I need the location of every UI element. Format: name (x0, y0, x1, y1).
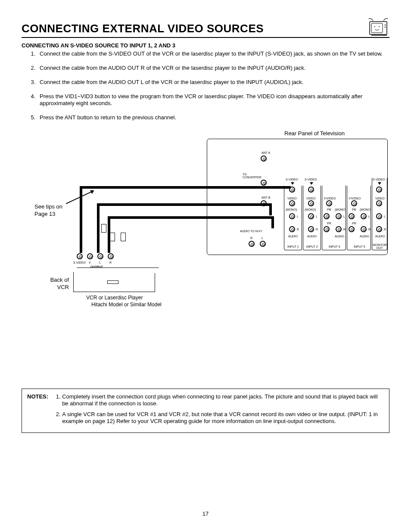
ant-a-jack (261, 156, 267, 162)
input2-label: INPUT 2 (306, 245, 318, 248)
triangle-icon (378, 182, 381, 185)
l-label: L (384, 215, 386, 218)
svg-point-4 (374, 26, 375, 27)
svideo-label-1: S-VIDEO (286, 178, 298, 181)
svideo-cable-h (80, 186, 291, 189)
triangle-icon (291, 182, 294, 185)
video-label: VIDEO (287, 197, 297, 200)
svideo-label-2: S-VIDEO (305, 178, 317, 181)
instruction-steps: Connect the cable from the S-VIDEO OUT o… (22, 50, 389, 121)
r-cable-h (108, 216, 271, 219)
step-item: Press the VID1~VID3 button to view the p… (37, 93, 389, 108)
audio-label: AUDIO (375, 235, 385, 238)
notes-label: NOTES: (27, 393, 48, 428)
rear-panel-box: ANT A TO CONVERTER ANT B AUDIO TO HI-FI … (207, 139, 388, 255)
ant-b-label: ANT B (262, 196, 271, 199)
mono-label: (MONO) (360, 208, 371, 211)
mono-label: (MONO) (286, 208, 297, 211)
svg-point-5 (379, 26, 380, 27)
r-label: R (316, 228, 318, 231)
hifi-l-jack (260, 241, 266, 247)
rear-panel-title: Rear Panel of Television (284, 130, 345, 137)
vcr-r-jack (108, 253, 114, 259)
r-cable-drop (271, 216, 274, 228)
audio-label: AUDIO (335, 235, 344, 238)
see-tips-label: See tips on Page 13 (34, 203, 69, 218)
input4-label: INPUT 4 (329, 245, 340, 248)
r-label: R (343, 228, 346, 231)
step-item: Connect the cable from the AUDIO OUT R o… (37, 65, 389, 72)
video-label-out: VIDEO (375, 197, 385, 200)
yvideo-label: Y/VIDEO (324, 197, 336, 200)
vcr-box-icon (73, 272, 155, 292)
page-title: CONNECTING EXTERNAL VIDEO SOURCES (22, 22, 264, 36)
input1-label: INPUT 1 (287, 245, 299, 248)
back-of-vcr-label: Back of VCR (43, 277, 69, 291)
hifi-r-label: R (250, 236, 252, 240)
audio-label: AUDIO (307, 235, 317, 238)
mono-label: (MONO) (305, 208, 316, 211)
ferrite-core-icon (110, 233, 115, 241)
vcr-v-label: V (89, 261, 91, 264)
pr-label: PR (352, 222, 356, 225)
mono-label: (MONO) (335, 208, 346, 211)
svg-point-2 (385, 25, 386, 25)
audio-label: AUDIO (288, 235, 298, 238)
vcr-l-jack (97, 253, 103, 259)
svg-point-3 (385, 27, 386, 28)
page-number: 17 (22, 510, 389, 518)
r-label: R (368, 228, 371, 231)
vcr-caption2: Hitachi Model or Similar Model (91, 302, 162, 308)
l-cable-v (97, 203, 100, 253)
l-label: L (297, 215, 299, 218)
ferrite-core-icon (101, 224, 106, 233)
connection-diagram: Rear Panel of Television ANT A TO CONVER… (22, 130, 389, 333)
l-label: L (368, 215, 370, 218)
to-converter-label: TO CONVERTER (243, 173, 260, 179)
l-cable-h (97, 203, 269, 206)
svg-rect-1 (371, 23, 383, 33)
note-item: Completely insert the connection cord pl… (62, 393, 384, 408)
l-cable-drop (269, 203, 272, 215)
pb-label: PB (327, 208, 331, 211)
audio-hifi-label: AUDIO TO HI-FI (240, 230, 262, 233)
tv-mascot-icon (367, 17, 389, 36)
section-subheading: CONNECTING AN S-VIDEO SOURCE TO INPUT 1,… (22, 42, 389, 50)
notes-list: Completely insert the connection cord pl… (53, 393, 384, 428)
hifi-r-jack (249, 241, 255, 247)
vcr-svideo-jack (77, 253, 83, 259)
vcr-r-label: R (109, 261, 112, 264)
to-converter-jack (261, 180, 267, 186)
l-label: L (343, 215, 345, 218)
ferrite-core-icon (121, 233, 126, 241)
monitor-out-label: MONITOR OUT (373, 243, 386, 249)
step-item: Connect the cable from the S-VIDEO OUT o… (37, 50, 389, 58)
yvideo-label: Y/VIDEO (349, 197, 361, 200)
vcr-slot-icon (107, 280, 118, 284)
input5-label: INPUT 5 (354, 245, 365, 248)
r-label: R (297, 228, 299, 231)
vcr-v-jack (87, 253, 93, 259)
l-label: L (316, 215, 318, 218)
video-label: VIDEO (306, 197, 316, 200)
notes-box: NOTES: Completely insert the connection … (22, 389, 389, 433)
ant-a-label: ANT A (262, 151, 270, 154)
vcr-svideo-label: S-VIDEO (73, 261, 86, 264)
step-item: Connect the cable from the AUDIO OUT L o… (37, 79, 389, 86)
note-item: A single VCR can be used for VCR #1 and … (62, 411, 384, 425)
audio-label: AUDIO (360, 235, 369, 238)
step-item: Press the ANT button to return to the pr… (37, 114, 389, 121)
vcr-l-label: L (99, 261, 101, 264)
pb-label: PB (352, 208, 356, 211)
triangle-icon (310, 182, 313, 185)
r-label: R (384, 228, 386, 231)
hifi-l-label: L (262, 236, 263, 240)
vcr-caption1: VCR or Laserdisc Player (86, 295, 143, 302)
pr-label: PR (327, 222, 331, 225)
svideo-label-out: S-VIDEO (373, 178, 385, 181)
